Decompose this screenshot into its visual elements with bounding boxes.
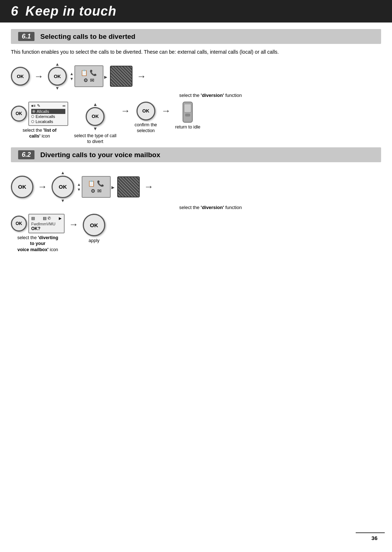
phone-icon: 📞 [90, 69, 97, 76]
type-call-group: ▲ OK ▼ select the type of callto divert [74, 102, 117, 145]
row1-62-caption: select the 'diversion' function [40, 205, 381, 210]
book-62-icon: 📋 [88, 180, 95, 187]
page-header: 6 Keep in touch [0, 0, 392, 23]
diversion-62-bold: 'diversion' [201, 205, 224, 210]
screen-right-icon: ▶ [104, 75, 107, 79]
envelope-icon: ✉ [90, 77, 94, 83]
diversion-bold: 'diversion' [201, 93, 224, 98]
idle-phone-button [185, 114, 190, 116]
diagram-62-row2-section: OK ▤ ▤ ✆ ▶ FwdImmVMU OK? select the [11, 214, 381, 253]
settings-icon: ⚙ [83, 77, 88, 83]
ok-btn-1-group: OK [11, 67, 30, 86]
section-62-number: 6.2 [18, 150, 34, 159]
screen-62-down-arrow: ▼ [77, 187, 81, 192]
screen-up-arrow: ▲ [70, 71, 74, 76]
screen-62-right-icon: ▶ [111, 185, 114, 189]
list-of-calls-label: select the 'list of calls' icon [18, 127, 61, 139]
section-61-header: 6.1 Selecting calls to be diverted [11, 29, 381, 44]
confirm-group: OK confirm theselection [135, 102, 157, 134]
radio-externcalls [31, 115, 34, 118]
chapter-number: 6 [11, 4, 18, 19]
screen-down-arrow: ▼ [70, 77, 74, 81]
confirm-label: confirm theselection [135, 122, 157, 134]
diversion-screen-group: ▲ ▼ 📋 📞 ⚙ ✉ [70, 65, 107, 87]
screen-62-right-arrow: ▶ [111, 184, 114, 190]
ok-button-calls: OK [11, 106, 27, 122]
type-down-arrow: ▼ [93, 126, 98, 131]
externcalls-label: Externcalls [36, 114, 55, 119]
ok-62-apply: OK [83, 214, 105, 236]
section-61-number: 6.1 [18, 32, 34, 41]
nav-62-up: ▲ [61, 170, 65, 175]
dark-selected-screen [110, 66, 132, 87]
vm-screen-ok: OK? [31, 226, 62, 231]
type-up-arrow: ▲ [93, 102, 98, 107]
calls-list-with-ok: OK ♦≡ ✎ ⇔ Allcalls [11, 102, 68, 126]
vm-screen-arrow: ▶ [59, 216, 62, 220]
calls-list-box: ♦≡ ✎ ⇔ Allcalls Externcalls [28, 102, 68, 126]
section-62-content: OK → ▲ OK ▼ ▲ ▼ [0, 162, 392, 253]
ok-62-button-2: OK [52, 176, 74, 198]
diagram-62-row1-section: OK → ▲ OK ▼ ▲ ▼ [11, 170, 381, 210]
screen-62-icons-row2: ⚙ ✉ [91, 188, 102, 194]
arrow-4: → [162, 105, 171, 116]
vm-screen-icon1: ▤ [31, 216, 35, 221]
arrow-62-3: → [69, 219, 78, 230]
calls-header-dot: ♦≡ [31, 103, 36, 108]
vm-icon-label: select the 'diverting to yourvoice mailb… [16, 235, 60, 253]
diagram-row2: OK ♦≡ ✎ ⇔ Allcalls [11, 102, 381, 145]
section-62-title: Diverting calls to your voice mailbox [40, 151, 160, 159]
diversion-screen-box: 📋 📞 ⚙ ✉ [74, 65, 103, 87]
ok-62-nav-group: ▲ OK ▼ [52, 170, 74, 203]
radio-localcalls [31, 120, 34, 123]
arrow-2: → [137, 71, 146, 82]
diagram-row1: OK → ▲ OK ▼ ▲ ▼ [11, 62, 381, 91]
phone-62-icon: 📞 [97, 180, 104, 187]
settings-62-icon: ⚙ [91, 188, 95, 194]
nav-down: ▼ [55, 86, 60, 91]
ok-nav-group: ▲ OK ▼ [48, 62, 67, 91]
arrow-3: → [121, 105, 130, 116]
allcalls-label: Allcalls [37, 109, 49, 114]
calls-list-header: ♦≡ ✎ ⇔ [31, 103, 65, 108]
idle-phone-image [183, 102, 193, 123]
vm-screen-icon2: ▤ ✆ [43, 216, 51, 221]
vm-screen-box: ▤ ▤ ✆ ▶ FwdImmVMU OK? [28, 214, 65, 233]
section-62-header: 6.2 Diverting calls to your voice mailbo… [11, 147, 381, 162]
ok-62-button-1: OK [11, 176, 33, 198]
screen-62-nav-updown: ▲ ▼ [77, 182, 81, 192]
screen-icons-row2: ⚙ ✉ [83, 77, 94, 83]
dark-62-selected-screen [117, 176, 140, 197]
row1-caption: select the 'diversion' function [40, 93, 381, 98]
type-call-nav: ▲ OK ▼ [86, 102, 105, 131]
diagram-62-row1: OK → ▲ OK ▼ ▲ ▼ [11, 170, 381, 203]
vm-screen-header: ▤ ▤ ✆ ▶ [31, 216, 62, 221]
screen-icons-row: 📋 📞 [81, 69, 97, 76]
idle-phone-screen [184, 104, 191, 113]
calls-header-icon: ✎ [37, 103, 40, 108]
page-number: 36 [371, 535, 377, 541]
nav-62-down: ▼ [61, 198, 65, 203]
diversion-62-display: ▲ ▼ 📋 📞 ⚙ ✉ ▶ [77, 176, 114, 198]
apply-label: apply [89, 238, 99, 244]
idle-phone-group: return to idle [175, 102, 200, 130]
chapter-title: Keep in touch [25, 4, 117, 19]
apply-group: OK apply [83, 214, 105, 244]
ok-button-type: OK [86, 107, 105, 126]
diagram-row2-section: OK ♦≡ ✎ ⇔ Allcalls [11, 102, 381, 145]
ok-button-2: OK [48, 67, 67, 86]
localcalls-label: Localcalls [36, 119, 53, 124]
diagram-row1-section: OK → ▲ OK ▼ ▲ ▼ [11, 62, 381, 98]
intro-text: This function enables you to select the … [11, 48, 381, 56]
calls-header-arrows: ⇔ [62, 104, 65, 108]
diversion-62-screen-box: 📋 📞 ⚙ ✉ [82, 176, 111, 198]
ok-62-button-vm: OK [11, 216, 27, 232]
screen-right-arrow: ▶ [104, 73, 107, 79]
nav-up: ▲ [55, 62, 60, 67]
type-call-label: select the type of callto divert [74, 133, 117, 145]
return-idle-label: return to idle [175, 124, 200, 130]
calls-list-group: OK ♦≡ ✎ ⇔ Allcalls [11, 102, 68, 139]
section-61-title: Selecting calls to be diverted [40, 33, 135, 41]
diversion-display: ▲ ▼ 📋 📞 ⚙ ✉ [70, 65, 107, 87]
envelope-62-icon: ✉ [97, 188, 102, 194]
